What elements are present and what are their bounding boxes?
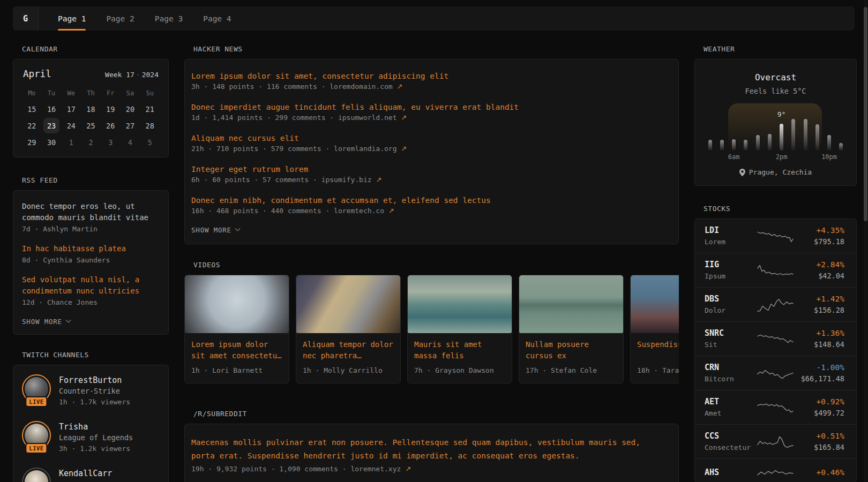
tab-page-2[interactable]: Page 2 <box>96 6 144 31</box>
stock-ticker: LDI <box>705 225 757 236</box>
rss-item-title[interactable]: Donec tempor eros leo, ut commodo mauris… <box>22 201 160 223</box>
stock-name: Dolor <box>705 306 757 315</box>
twitch-channel-list: LIVEForrestBurtonCounter-Strike1h · 1.7k… <box>22 374 160 482</box>
stocks-section: STOCKS LDILorem+4.35%$795.18IIGIpsum+2.8… <box>694 205 857 482</box>
weather-feels-like: Feels like 5°C <box>704 86 847 96</box>
stock-change: -1.00% <box>794 363 844 373</box>
stock-row[interactable]: AETAmet+0.92%$499.72 <box>695 390 856 425</box>
tab-page-3[interactable]: Page 3 <box>145 6 193 31</box>
dashboard-columns: CALENDAR April Week 17·2024 MoTuWeThFrSa… <box>0 31 868 482</box>
stock-row[interactable]: SNRCSit+1.36%$148.64 <box>695 322 856 356</box>
hackernews-item: Donec enim nibh, condimentum et accumsan… <box>191 195 670 216</box>
weather-time-labels: 6am2pm10pm <box>704 153 847 161</box>
subreddit-post-title[interactable]: Maecenas mollis pulvinar erat non posuer… <box>191 436 663 463</box>
video-meta: 18h · Tara <box>637 365 679 375</box>
stock-sparkline <box>757 297 794 313</box>
hackernews-item: Aliquam nec cursus elit21h · 710 points … <box>191 133 670 154</box>
main-column: HACKER NEWS Lorem ipsum dolor sit amet, … <box>184 46 679 482</box>
hackernews-list: Lorem ipsum dolor sit amet, consectetur … <box>191 71 670 216</box>
calendar-day: 5 <box>140 134 160 150</box>
avatar: LIVE <box>22 421 51 450</box>
hackernews-item: Donec imperdiet augue tincidunt felis al… <box>191 102 670 123</box>
hackernews-section-title: HACKER NEWS <box>193 46 679 53</box>
calendar-day: 19 <box>101 101 121 117</box>
hackernews-item-title[interactable]: Donec enim nibh, condimentum et accumsan… <box>191 195 670 206</box>
weather-section-title: WEATHER <box>704 46 857 53</box>
video-card[interactable]: Mauris sit amet massa felis7h · Grayson … <box>407 275 512 383</box>
weather-bar <box>720 140 724 150</box>
video-card-body: Aliquam tempor dolor nec pharetra…1h · M… <box>296 333 400 383</box>
external-link-icon: ↗ <box>376 176 381 184</box>
calendar-day-number: 24 <box>63 118 79 133</box>
top-bar: G Page 1Page 2Page 3Page 4 <box>13 6 855 31</box>
stock-price: $499.72 <box>794 409 844 418</box>
stocks-section-title: STOCKS <box>704 205 857 213</box>
calendar-dow: Tu <box>42 86 62 101</box>
stock-ticker: IIG <box>705 260 757 270</box>
stock-sparkline <box>757 228 794 244</box>
stock-change: +2.84% <box>794 260 844 270</box>
calendar-day-number: 15 <box>24 101 40 117</box>
calendar-day-number: 22 <box>24 118 40 133</box>
tab-bar: Page 1Page 2Page 3Page 4 <box>48 6 242 31</box>
stock-row[interactable]: AHS+0.46% <box>695 459 856 482</box>
stock-values: +0.92%$499.72 <box>794 397 844 418</box>
video-card-body: Mauris sit amet massa felis7h · Grayson … <box>408 333 512 383</box>
weather-section: WEATHER Overcast Feels like 5°C 9° 6am2p… <box>694 46 857 186</box>
video-card[interactable]: Aliquam tempor dolor nec pharetra…1h · M… <box>296 275 401 383</box>
twitch-channel[interactable]: LIVETrishaLeague of Legends3h · 1.2k vie… <box>22 421 160 454</box>
videos-row: Lorem ipsum dolor sit amet consectetu…1h… <box>184 275 679 383</box>
stock-change: +0.92% <box>794 397 844 407</box>
external-link-icon: ↗ <box>405 465 411 473</box>
stock-values: +1.42%$156.28 <box>794 294 844 315</box>
hackernews-item-title[interactable]: Aliquam nec cursus elit <box>191 133 670 144</box>
stock-sparkline <box>757 262 794 278</box>
calendar-day-number: 29 <box>24 134 40 150</box>
rss-item-title[interactable]: Sed volutpat nulla nisl, a condimentum n… <box>22 274 160 297</box>
twitch-channel-name: Trisha <box>59 421 133 432</box>
calendar-day: 1 <box>61 134 81 150</box>
stock-name: Ipsum <box>705 272 757 281</box>
weather-bar <box>804 119 807 150</box>
stock-row[interactable]: CRNBitcorn-1.00%$66,171.48 <box>695 356 856 390</box>
video-card[interactable]: Nullam posuere cursus ex17h · Stefan Col… <box>519 275 624 383</box>
stock-row[interactable]: CCSConsectetur+0.51%$165.84 <box>695 425 856 459</box>
stock-row[interactable]: DBSDolor+1.42%$156.28 <box>695 288 856 322</box>
stock-values: +2.84%$42.04 <box>794 260 844 281</box>
calendar-month-label: April <box>23 69 51 79</box>
hackernews-item-meta-text: 3h · 148 points · 116 comments · loremdo… <box>191 82 393 91</box>
calendar-widget: April Week 17·2024 MoTuWeThFrSaSu1516171… <box>13 59 169 157</box>
video-card[interactable]: Suspendisse diam18h · Tara <box>630 275 679 383</box>
weather-current-temp: 9° <box>777 110 786 118</box>
rss-show-more-button[interactable]: SHOW MORE <box>22 318 160 326</box>
stock-row[interactable]: LDILorem+4.35%$795.18 <box>695 219 856 253</box>
video-title: Suspendisse diam <box>637 339 679 362</box>
tab-page-1[interactable]: Page 1 <box>48 6 96 31</box>
weather-time-label: 2pm <box>776 153 788 161</box>
scrollbar-thumb[interactable] <box>864 7 867 221</box>
twitch-channel[interactable]: KendallCarr <box>22 468 160 482</box>
calendar-separator: · <box>134 71 142 79</box>
hackernews-item-title[interactable]: Integer eget rutrum lorem <box>191 164 670 175</box>
hackernews-item-title[interactable]: Donec imperdiet augue tincidunt felis al… <box>191 102 670 112</box>
rss-item: Sed volutpat nulla nisl, a condimentum n… <box>22 274 160 308</box>
tab-page-4[interactable]: Page 4 <box>193 6 241 31</box>
hackernews-show-more-button[interactable]: SHOW MORE <box>191 226 670 234</box>
rss-item-title[interactable]: In hac habitasse platea <box>22 243 160 254</box>
twitch-channel-meta: 3h · 1.2k viewers <box>59 443 133 454</box>
calendar-day-number: 27 <box>122 118 138 133</box>
stock-row[interactable]: IIGIpsum+2.84%$42.04 <box>695 253 856 288</box>
calendar-day: 4 <box>121 134 140 150</box>
rss-section: RSS FEED Donec tempor eros leo, ut commo… <box>13 177 169 335</box>
calendar-day-number: 3 <box>102 134 118 150</box>
video-card[interactable]: Lorem ipsum dolor sit amet consectetu…1h… <box>184 275 289 383</box>
hackernews-item-title[interactable]: Lorem ipsum dolor sit amet, consectetur … <box>191 71 670 81</box>
stock-name: Bitcorn <box>705 374 757 383</box>
external-link-icon: ↗ <box>388 207 394 215</box>
weather-bar <box>839 143 843 150</box>
stock-change: +1.42% <box>794 294 844 304</box>
calendar-day: 17 <box>61 101 81 117</box>
twitch-channel[interactable]: LIVEForrestBurtonCounter-Strike1h · 1.7k… <box>22 374 160 408</box>
calendar-day: 27 <box>121 117 140 134</box>
calendar-day: 23 <box>42 117 62 134</box>
